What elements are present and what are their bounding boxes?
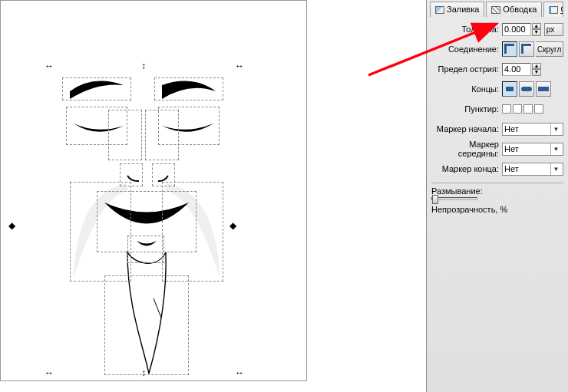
tab-stroke-style[interactable]: Стиль обв (543, 2, 563, 17)
dash-segment-2[interactable] (513, 104, 522, 114)
dash-segment-3[interactable] (523, 104, 533, 114)
marker-end-select[interactable]: Нет▼ (502, 163, 563, 176)
fill-swatch-icon (435, 6, 444, 14)
miter-spinner[interactable]: ▲▼ (532, 63, 541, 76)
blur-slider[interactable] (431, 197, 477, 200)
width-label: Толщина: (431, 25, 502, 34)
marker-start-select[interactable]: Нет▼ (502, 123, 563, 136)
blur-label: Размывание: (431, 186, 563, 196)
tab-stroke-paint[interactable]: Обводка (486, 2, 542, 17)
marker-start-label: Маркер начала: (431, 124, 502, 133)
unit-selector[interactable]: px (544, 23, 563, 36)
join-miter-button[interactable] (502, 41, 517, 57)
marker-mid-select[interactable]: Нет▼ (502, 143, 563, 156)
join-label: Соединение: (431, 44, 502, 54)
stroke-width-spinner[interactable]: ▲▼ (532, 23, 541, 36)
canvas-area[interactable]: ↔ ↔ ↕ ◆ ◆ ↔ ↔ ↕ (0, 0, 426, 392)
cap-butt-button[interactable] (502, 81, 517, 97)
dash-segment-4[interactable] (534, 104, 543, 114)
cap-square-button[interactable] (536, 81, 551, 97)
tab-fill[interactable]: Заливка (430, 2, 484, 17)
dash-label: Пунктир: (431, 104, 502, 114)
marker-mid-label: Маркер середины: (431, 140, 502, 158)
join-option-label: Скругл (536, 41, 563, 57)
cap-round-button[interactable] (519, 81, 534, 97)
stroke-swatch-icon (491, 6, 500, 14)
miter-label: Предел острия: (431, 64, 502, 74)
cap-label: Концы: (431, 84, 502, 94)
stroke-width-input[interactable] (502, 23, 531, 36)
opacity-label: Непрозрачность, % (431, 205, 563, 214)
miter-limit-input[interactable] (502, 63, 531, 76)
join-round-button[interactable] (519, 41, 534, 57)
dash-segment-1[interactable] (502, 104, 511, 114)
stroke-panel: Заливка Обводка Стиль обв Толщина: ▲▼ px… (426, 0, 568, 392)
style-swatch-icon (549, 6, 558, 14)
marker-end-label: Маркер конца: (431, 164, 502, 173)
drawing-page[interactable]: ↔ ↔ ↕ ◆ ◆ ↔ ↔ ↕ (0, 0, 307, 381)
